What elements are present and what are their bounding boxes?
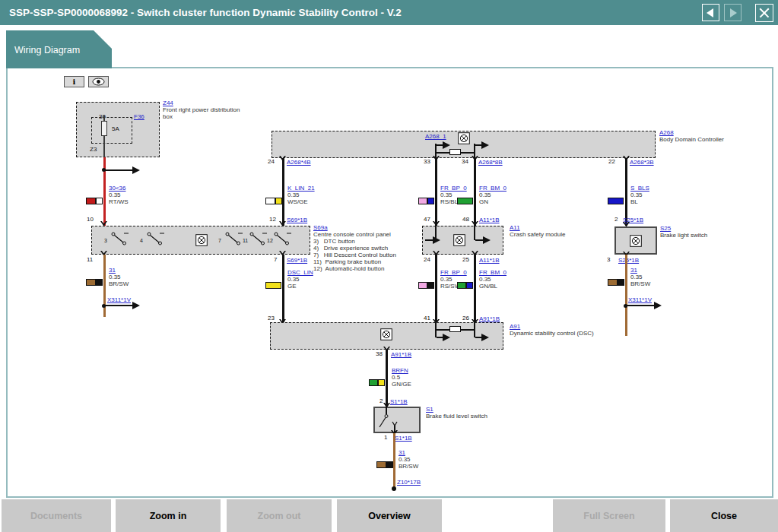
color-swatch-gnbl (457, 282, 473, 289)
switch-symbol-s1 (373, 407, 421, 433)
component-z44-desc: Front right power distribution (163, 106, 240, 113)
pin-41: 41 (424, 315, 430, 321)
info-icon: i (73, 78, 76, 86)
svg-text:4: 4 (140, 238, 143, 243)
component-a91-desc: Dynamic stability control (DSC) (510, 330, 594, 337)
connector-s25-1b-bottom[interactable]: S25*1B (618, 257, 639, 264)
wire-label-s-bls: S_BLS 0.35 BL (630, 185, 649, 205)
tab-wiring-diagram[interactable]: Wiring Diagram (6, 30, 112, 68)
wire-name-link[interactable]: 30<36 (109, 185, 129, 192)
legend-hill-descent: 7) Hill Descent Control button (313, 252, 396, 258)
legend-drive-experience: 4) Drive experience switch (313, 245, 388, 252)
signal-arrow-icon (475, 239, 483, 241)
connector-a11-1b-bottom[interactable]: A11*1B (479, 257, 500, 264)
pin-3-s25: 3 (607, 257, 610, 263)
terminal-z3-label: Z3 (90, 147, 97, 153)
wire-label-fr-bm-0-lower: FR_BM_0 0.35 GN/BL (479, 269, 506, 290)
component-a11-link[interactable]: A11 (510, 224, 520, 231)
fuse-link[interactable]: F36 (134, 113, 144, 120)
pin-12: 12 (269, 217, 276, 223)
connector-a268-4b[interactable]: A268*4B (287, 159, 311, 166)
pin-1-s1: 1 (384, 435, 387, 441)
fuse-rating-label: 5A (112, 126, 119, 132)
component-s69a-desc: Centre console control panel (313, 231, 391, 238)
switch-symbol-7: 7 (218, 230, 245, 248)
svg-text:11: 11 (243, 238, 248, 243)
ground-x311-left-link[interactable]: X311*1V (107, 296, 131, 303)
back-button[interactable] (702, 4, 719, 21)
wire-fr-bm-0-upper (474, 158, 476, 226)
connector-s1-1b-top[interactable]: S1*1B (390, 398, 408, 405)
branch-arrow-icon (105, 169, 132, 171)
fuse-symbol (101, 121, 107, 136)
pin-47: 47 (424, 217, 430, 223)
svg-text:3: 3 (104, 238, 107, 243)
documents-button[interactable]: Documents (2, 499, 111, 532)
zoom-in-button[interactable]: Zoom in (116, 499, 221, 532)
wire-label-31-right: 31 0.35 BR/SW (630, 267, 650, 287)
connector-s69-1b-bottom[interactable]: S69*1B (287, 257, 307, 264)
component-a268-link[interactable]: A268 (659, 129, 674, 136)
component-a91-link[interactable]: A91 (510, 323, 520, 330)
ground-z10-17b-link[interactable]: Z10*17B (397, 479, 421, 486)
switch-symbol-12: 12 (266, 230, 294, 248)
connector-a268-3b[interactable]: A268*3B (630, 159, 654, 166)
resistor-symbol (449, 326, 461, 332)
wire-label-fr-bm-0-upper: FR_BM_0 0.35 GN (479, 185, 506, 205)
connector-a91-1b-bottom[interactable]: A91*1B (391, 351, 411, 358)
connector-s1-1b-bottom[interactable]: S1*1B (395, 435, 412, 442)
diagram-panel: i F36 30 5A Z3 Z44 Front right power dis… (6, 67, 773, 498)
wire-s-bls (625, 158, 627, 226)
pin-24: 24 (268, 159, 275, 165)
pin-26: 26 (462, 315, 469, 321)
wire-dsc-lin (282, 255, 284, 322)
color-swatch-ge (265, 282, 281, 289)
ground-x311-right-link[interactable]: X311*1V (628, 296, 652, 303)
wire-label-dsc-lin: DSC_LIN 0.35 GE (287, 269, 313, 290)
component-s25-link[interactable]: S25 (660, 225, 671, 232)
component-s1-link[interactable]: S1 (426, 406, 433, 413)
signal-arrow-icon (475, 144, 481, 146)
connector-s25-1b-top[interactable]: S25*1B (623, 217, 643, 223)
svg-text:7: 7 (218, 238, 221, 243)
connector-s69-1b-top[interactable]: S69*1B (287, 217, 307, 223)
title-bar: SSP-SSP-SP0000068992 - Switch cluster fu… (0, 0, 778, 25)
forward-button[interactable] (724, 4, 741, 21)
pin-11: 11 (87, 257, 93, 263)
component-z44-link[interactable]: Z44 (163, 100, 173, 106)
close-button[interactable]: Close (670, 499, 778, 532)
connector-a11-1b-top[interactable]: A11*1B (479, 217, 500, 223)
full-screen-button[interactable]: Full Screen (553, 499, 665, 532)
ground-arrow-icon (105, 305, 132, 306)
color-swatch-gnge (369, 379, 385, 386)
component-a11-desc: Crash safety module (510, 231, 565, 238)
color-swatch-rsbl (418, 198, 434, 204)
wire-brfn (386, 350, 388, 407)
legend-dtc-button: 3) DTC button (313, 238, 355, 245)
pin-48: 48 (462, 217, 469, 223)
color-swatch-wsge (265, 198, 282, 204)
component-a268-1-link[interactable]: A268_1 (425, 133, 446, 140)
connector-a268-8b[interactable]: A268*8B (478, 159, 503, 166)
plug-connection-icon (195, 234, 208, 246)
pin-10: 10 (87, 217, 94, 223)
component-s69a-link[interactable]: S69a (313, 224, 328, 231)
zoom-out-button[interactable]: Zoom out (227, 499, 332, 532)
info-button[interactable]: i (64, 76, 84, 87)
overview-button[interactable]: Overview (337, 499, 442, 532)
color-swatch-brsw (376, 461, 393, 468)
switch-symbol-11: 11 (242, 230, 269, 248)
component-a268-desc: Body Domain Controller (659, 136, 724, 143)
wire-ground-right (625, 255, 627, 336)
svg-text:12: 12 (267, 238, 273, 243)
arrow-left-icon (707, 8, 713, 17)
pin-33: 33 (424, 159, 430, 165)
connector-a91-1b-top[interactable]: A91*1B (479, 315, 500, 322)
pin-2-s25: 2 (614, 217, 618, 223)
visibility-button[interactable] (88, 76, 109, 87)
plug-connection-icon (380, 328, 392, 340)
close-window-button[interactable] (755, 4, 773, 22)
signal-arrow-icon (437, 337, 443, 338)
color-swatch-brsw (86, 279, 103, 286)
wire-ground-bottom (393, 433, 395, 489)
